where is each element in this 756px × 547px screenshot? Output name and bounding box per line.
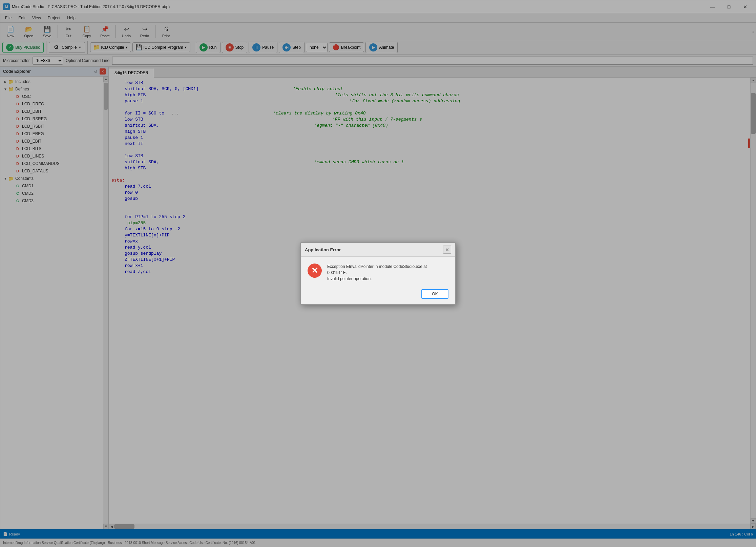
modal-ok-button[interactable]: OK <box>421 289 448 299</box>
modal-overlay: Application Error ✕ ✕ Exception EInvalid… <box>0 0 756 547</box>
modal-close-button[interactable]: ✕ <box>443 246 451 254</box>
modal-message-line3: Invalid pointer operation. <box>327 276 427 282</box>
modal-message-line1: Exception EInvalidPointer in module Code… <box>327 264 427 270</box>
modal-message-line2: 0001911E. <box>327 270 427 276</box>
error-icon: ✕ <box>308 264 322 278</box>
modal-message: Exception EInvalidPointer in module Code… <box>327 264 427 282</box>
modal-footer: OK <box>301 286 455 304</box>
modal-title: Application Error <box>305 247 341 252</box>
modal-body: ✕ Exception EInvalidPointer in module Co… <box>301 257 455 286</box>
application-error-dialog: Application Error ✕ ✕ Exception EInvalid… <box>300 242 456 305</box>
modal-titlebar: Application Error ✕ <box>301 243 455 257</box>
